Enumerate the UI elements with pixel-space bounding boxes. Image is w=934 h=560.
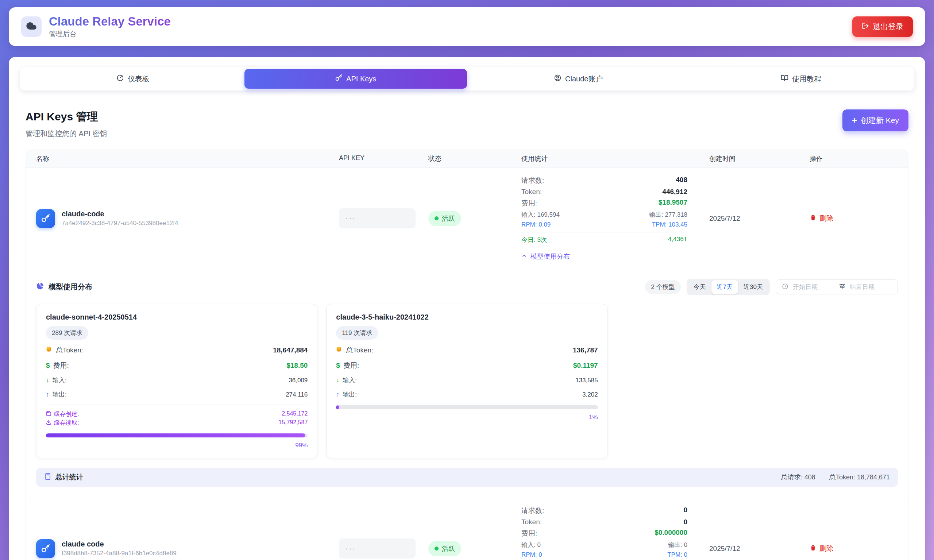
user-icon xyxy=(554,74,562,83)
plus-icon: + xyxy=(852,116,857,125)
delete-button[interactable]: 删除 xyxy=(809,214,833,223)
col-api-key: API KEY xyxy=(339,154,428,163)
usage-stats: 请求数:408 Token:446,912 费用:$18.9507 输入: 16… xyxy=(522,176,687,244)
filter-last7[interactable]: 近7天 xyxy=(711,280,738,294)
book-icon xyxy=(781,74,788,83)
tab-bar: 仪表板 API Keys Claude账户 使用教程 xyxy=(20,67,914,91)
clock-icon xyxy=(782,283,788,291)
filter-last30[interactable]: 近30天 xyxy=(738,280,768,294)
status-dot-icon xyxy=(434,216,439,220)
tab-api-keys[interactable]: API Keys xyxy=(245,69,467,89)
create-key-label: 创建新 Key xyxy=(861,115,899,126)
col-usage: 使用统计 xyxy=(522,154,709,163)
total-requests: 总请求: 408 xyxy=(781,473,816,482)
coins-icon xyxy=(46,346,52,355)
page-subtitle: 管理和监控您的 API 密钥 xyxy=(26,129,107,138)
key-icon xyxy=(36,209,55,228)
model-count-pill: 2 个模型 xyxy=(645,280,680,294)
date-range-picker: 至 xyxy=(776,280,898,294)
model-name: claude-sonnet-4-20250514 xyxy=(46,313,308,322)
model-requests-pill: 119 次请求 xyxy=(336,326,378,340)
col-name: 名称 xyxy=(36,154,339,163)
total-stats-bar: 总计统计 总请求: 408 总Token: 18,784,671 xyxy=(36,468,898,487)
end-date-input[interactable] xyxy=(850,283,892,291)
chevron-up-icon xyxy=(522,253,527,260)
app-title: Claude Relay Service xyxy=(49,15,171,28)
arrow-up-icon: ↑ xyxy=(46,391,49,398)
arrow-up-icon: ↑ xyxy=(336,391,339,398)
time-filter-group: 今天 近7天 近30天 xyxy=(687,279,770,295)
key-name: claude-code xyxy=(62,210,178,218)
key-icon xyxy=(36,539,55,558)
model-usage-section: 模型使用分布 2 个模型 今天 近7天 近30天 至 xyxy=(26,269,908,498)
page-title: API Keys 管理 xyxy=(26,109,107,125)
api-key-masked[interactable]: ··· xyxy=(339,538,415,558)
date-separator: 至 xyxy=(839,283,845,291)
gauge-icon xyxy=(116,74,124,83)
dollar-icon: $ xyxy=(336,362,340,369)
table-header: 名称 API KEY 状态 使用统计 创建时间 操作 xyxy=(26,150,908,168)
key-name: claude code xyxy=(62,540,177,548)
filter-today[interactable]: 今天 xyxy=(688,280,711,294)
trash-icon xyxy=(809,544,817,553)
delete-button[interactable]: 删除 xyxy=(809,544,833,554)
tab-dashboard-label: 仪表板 xyxy=(128,74,149,84)
app-subtitle: 管理后台 xyxy=(49,29,171,38)
tab-dashboard[interactable]: 仪表板 xyxy=(22,69,245,89)
status-badge: 活跃 xyxy=(428,541,461,556)
model-usage-progress: 99% xyxy=(46,434,308,449)
app-header: Claude Relay Service 管理后台 退出登录 xyxy=(9,7,925,46)
model-name: claude-3-5-haiku-20241022 xyxy=(336,313,598,322)
download-icon xyxy=(46,420,51,426)
model-card: claude-3-5-haiku-20241022 119 次请求 总Token… xyxy=(326,304,608,458)
arrow-down-icon: ↓ xyxy=(336,377,339,384)
dollar-icon: $ xyxy=(46,362,50,369)
status-badge: 活跃 xyxy=(428,211,461,226)
logout-icon xyxy=(862,22,869,31)
table-row: claude-code 7a4e2492-3c38-4797-a540-5539… xyxy=(26,168,908,269)
page-head: API Keys 管理 管理和监控您的 API 密钥 + 创建新 Key xyxy=(26,109,908,138)
key-id: 7a4e2492-3c38-4797-a540-553980ee12f4 xyxy=(62,220,178,227)
model-usage-title-wrap: 模型使用分布 xyxy=(36,282,92,292)
pie-chart-icon xyxy=(36,282,44,292)
model-usage-progress: 1% xyxy=(336,405,598,421)
key-id: f398d8b8-7352-4a88-9a1f-6b1e0c4d8e89 xyxy=(62,550,177,557)
coins-icon xyxy=(336,346,343,355)
model-usage-toggle[interactable]: 模型使用分布 xyxy=(522,252,570,261)
status-dot-icon xyxy=(434,546,439,551)
col-status: 状态 xyxy=(428,154,522,163)
api-key-masked[interactable]: ··· xyxy=(339,208,415,228)
col-actions: 操作 xyxy=(809,154,908,163)
start-date-input[interactable] xyxy=(793,283,835,291)
tab-api-keys-label: API Keys xyxy=(346,75,376,83)
cloud-icon xyxy=(26,20,37,33)
model-requests-pill: 289 次请求 xyxy=(46,326,88,340)
tab-tutorial[interactable]: 使用教程 xyxy=(690,69,913,89)
api-keys-table: 名称 API KEY 状态 使用统计 创建时间 操作 claude-code 7… xyxy=(26,149,908,560)
percent-label: 1% xyxy=(336,414,598,421)
usage-stats: 请求数:0 Token:0 费用:$0.000000 输入: 0输出: 0 RP… xyxy=(522,506,687,560)
key-icon xyxy=(335,74,343,83)
tab-claude-account[interactable]: Claude账户 xyxy=(467,69,690,89)
model-card: claude-sonnet-4-20250514 289 次请求 总Token:… xyxy=(36,304,317,458)
main-panel: 仪表板 API Keys Claude账户 使用教程 API Keys 管理 管… xyxy=(9,57,925,560)
total-tokens: 总Token: 18,784,671 xyxy=(829,473,890,482)
calculator-icon xyxy=(44,473,51,482)
trash-icon xyxy=(809,214,817,223)
percent-label: 99% xyxy=(46,442,308,449)
app-logo xyxy=(21,17,42,37)
tab-tutorial-label: 使用教程 xyxy=(792,74,821,84)
tab-claude-account-label: Claude账户 xyxy=(565,74,603,84)
create-key-button[interactable]: + 创建新 Key xyxy=(842,109,908,131)
logout-label: 退出登录 xyxy=(873,22,903,32)
created-date: 2025/7/12 xyxy=(709,545,809,553)
created-date: 2025/7/12 xyxy=(709,214,809,223)
logout-button[interactable]: 退出登录 xyxy=(852,17,913,37)
arrow-down-icon: ↓ xyxy=(46,377,49,384)
table-row: claude code f398d8b8-7352-4a88-9a1f-6b1e… xyxy=(26,498,908,560)
save-icon xyxy=(46,411,51,418)
col-created: 创建时间 xyxy=(709,154,809,163)
